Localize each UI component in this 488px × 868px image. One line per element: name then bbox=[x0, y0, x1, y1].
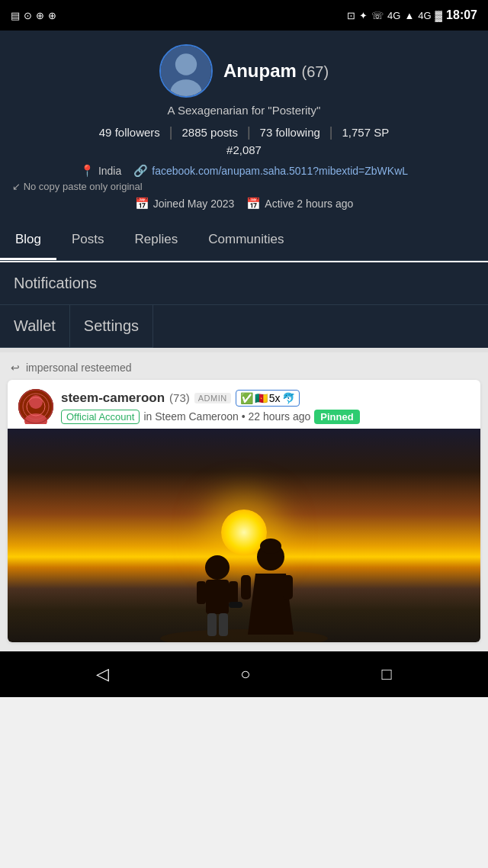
post-image-content bbox=[8, 429, 480, 642]
svg-rect-12 bbox=[197, 581, 206, 604]
followers-count[interactable]: 49 followers bbox=[90, 126, 169, 139]
no-copy-text: ↙ No copy paste only original bbox=[12, 181, 476, 192]
post-author-avatar[interactable] bbox=[18, 389, 53, 424]
notifications-menu-item[interactable]: Notifications bbox=[0, 262, 488, 305]
post-author-name-row: steem-cameroon (73) ADMIN ✅ 🇨🇲 5x 🐬 bbox=[61, 390, 470, 407]
post-location-time: in Steem Cameroon • 22 hours ago bbox=[143, 410, 310, 423]
svg-point-9 bbox=[160, 629, 328, 642]
status-right-icons: ⊡ ✦ ☏ 4G ▲ 4G ▓ 18:07 bbox=[347, 8, 477, 22]
facebook-meta[interactable]: 🔗 facebook.com/anupam.saha.5011?mibextid… bbox=[133, 164, 408, 178]
post-image[interactable] bbox=[8, 429, 480, 642]
home-button[interactable]: ○ bbox=[225, 657, 265, 692]
avatar-image bbox=[161, 46, 211, 96]
dolphin-icon: 🐬 bbox=[282, 392, 295, 404]
svg-point-10 bbox=[205, 555, 230, 580]
profile-header: Anupam (67) A Sexagenarian for "Posterit… bbox=[0, 31, 488, 221]
svg-rect-15 bbox=[219, 613, 228, 636]
profile-name-wrap: Anupam (67) bbox=[223, 60, 329, 82]
rank: #2,087 bbox=[226, 143, 262, 156]
link-icon: 🔗 bbox=[133, 164, 148, 178]
tab-replies[interactable]: Replies bbox=[120, 221, 194, 260]
calendar-active-icon: 📅 bbox=[246, 197, 261, 211]
svg-point-1 bbox=[175, 53, 197, 75]
notifications-label: Notifications bbox=[14, 275, 97, 292]
post-meta: Official Account in Steem Cameroon • 22 … bbox=[61, 410, 470, 424]
profile-bio: A Sexagenarian for "Posterity" bbox=[12, 104, 476, 117]
resteemed-label: ↩ impersonal resteemed bbox=[8, 362, 480, 374]
svg-rect-14 bbox=[207, 613, 217, 636]
meta-row: 📍 India 🔗 facebook.com/anupam.saha.5011?… bbox=[12, 164, 476, 178]
post-header: steem-cameroon (73) ADMIN ✅ 🇨🇲 5x 🐬 Offi… bbox=[8, 380, 480, 429]
svg-rect-21 bbox=[229, 602, 242, 608]
admin-badge: ADMIN bbox=[194, 393, 231, 403]
svg-rect-19 bbox=[241, 575, 251, 600]
location-meta: 📍 India bbox=[80, 164, 121, 178]
location-text: India bbox=[98, 165, 121, 177]
status-left-icons: ▤ ⊙ ⊕ ⊕ bbox=[11, 10, 56, 21]
cast-icon: ⊡ bbox=[347, 10, 355, 21]
post-author-name[interactable]: steem-cameroon bbox=[61, 391, 165, 406]
post-card: steem-cameroon (73) ADMIN ✅ 🇨🇲 5x 🐬 Offi… bbox=[8, 380, 480, 642]
pinned-badge: Pinned bbox=[314, 410, 359, 424]
post-author-score: (73) bbox=[169, 391, 190, 404]
status-time: 18:07 bbox=[446, 8, 477, 22]
wallet-label: Wallet bbox=[14, 317, 56, 335]
avatar bbox=[159, 44, 213, 98]
sp-count: 1,757 SP bbox=[333, 126, 399, 139]
tab-blog[interactable]: Blog bbox=[0, 221, 56, 260]
4g-left-icon: 4G bbox=[387, 10, 400, 21]
feed-section: ↩ impersonal resteemed bbox=[0, 352, 488, 651]
notification-icon: ▤ bbox=[11, 10, 20, 21]
resteemed-icon: ↩ bbox=[11, 362, 20, 374]
call-icon: ☏ bbox=[371, 10, 384, 21]
bluetooth-icon: ✦ bbox=[359, 10, 368, 21]
stats-row: 49 followers | 2885 posts | 73 following… bbox=[12, 124, 476, 140]
joined-text: Joined May 2023 bbox=[153, 198, 235, 210]
status-bar: ▤ ⊙ ⊕ ⊕ ⊡ ✦ ☏ 4G ▲ 4G ▓ 18:07 bbox=[0, 0, 488, 31]
official-account-badge: Official Account bbox=[61, 410, 140, 424]
post-author-row: steem-cameroon (73) ADMIN ✅ 🇨🇲 5x 🐬 Offi… bbox=[18, 389, 470, 424]
menu-section: Notifications Wallet Settings bbox=[0, 262, 488, 348]
posts-count[interactable]: 2885 posts bbox=[173, 126, 247, 139]
following-count[interactable]: 73 following bbox=[251, 126, 329, 139]
multiplier-text: 5x bbox=[269, 392, 281, 404]
children-silhouette bbox=[152, 520, 336, 642]
post-author-info: steem-cameroon (73) ADMIN ✅ 🇨🇲 5x 🐬 Offi… bbox=[61, 390, 470, 424]
location-icon1: ⊕ bbox=[36, 10, 44, 21]
svg-point-17 bbox=[260, 538, 281, 554]
bottom-nav: ◁ ○ □ bbox=[0, 651, 488, 697]
wallet-menu-item[interactable]: Wallet bbox=[0, 305, 70, 348]
facebook-link: facebook.com/anupam.saha.5011?mibextid=Z… bbox=[152, 165, 408, 177]
joined-meta: 📅 Joined May 2023 bbox=[135, 197, 235, 211]
svg-rect-13 bbox=[229, 581, 238, 604]
checkmark-icon: ✅ bbox=[240, 392, 253, 404]
battery-icon: ▓ bbox=[435, 10, 442, 21]
camera-icon: ⊙ bbox=[24, 10, 32, 21]
rank-row: #2,087 bbox=[12, 143, 476, 156]
date-meta-row: 📅 Joined May 2023 📅 Active 2 hours ago bbox=[12, 197, 476, 211]
svg-rect-11 bbox=[206, 580, 229, 614]
location-icon2: ⊕ bbox=[48, 10, 56, 21]
profile-top: Anupam (67) bbox=[12, 44, 476, 98]
flag-icon: 🇨🇲 bbox=[255, 392, 268, 404]
recent-apps-button[interactable]: □ bbox=[367, 657, 407, 692]
profile-name: Anupam (67) bbox=[223, 60, 329, 82]
profile-score: (67) bbox=[302, 63, 329, 80]
active-text: Active 2 hours ago bbox=[265, 198, 353, 210]
4g-right-icon: 4G bbox=[418, 10, 431, 21]
wallet-settings-row: Wallet Settings bbox=[0, 305, 488, 348]
signal-icon: ▲ bbox=[404, 10, 414, 21]
settings-label: Settings bbox=[84, 317, 139, 335]
tab-communities[interactable]: Communities bbox=[193, 221, 299, 260]
settings-menu-item[interactable]: Settings bbox=[70, 305, 153, 348]
calendar-icon: 📅 bbox=[135, 197, 149, 211]
svg-rect-20 bbox=[283, 575, 293, 600]
active-meta: 📅 Active 2 hours ago bbox=[246, 197, 353, 211]
location-icon: 📍 bbox=[80, 164, 95, 178]
nav-tabs: Blog Posts Replies Communities bbox=[0, 221, 488, 261]
verification-badges: ✅ 🇨🇲 5x 🐬 bbox=[236, 390, 300, 407]
tab-posts[interactable]: Posts bbox=[56, 221, 120, 260]
back-button[interactable]: ◁ bbox=[81, 657, 124, 692]
arrow-icon: ↙ bbox=[12, 181, 21, 192]
resteemed-text: impersonal resteemed bbox=[26, 362, 132, 374]
